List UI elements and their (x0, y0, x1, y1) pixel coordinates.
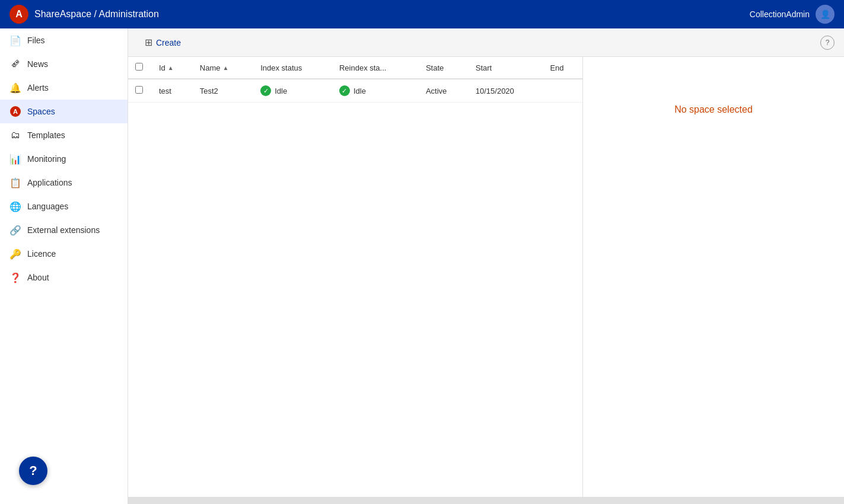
cell-state: Active (419, 79, 469, 103)
reindex-status-text: Idle (353, 87, 366, 95)
col-index-status-label: Index status (260, 63, 302, 72)
col-header-name[interactable]: Name ▲ (193, 57, 253, 79)
index-status-dot: ✓ (260, 85, 271, 96)
col-end-label: End (550, 63, 563, 72)
toolbar-left: ⊞ Create (138, 33, 188, 52)
col-state-label: State (426, 63, 444, 72)
right-panel: No space selected (583, 57, 844, 504)
sidebar-label-spaces: Spaces (27, 107, 55, 116)
select-all-checkbox[interactable] (135, 63, 143, 71)
licence-icon: 🔑 (9, 248, 21, 260)
sidebar-label-alerts: Alerts (27, 83, 49, 92)
cell-end (543, 79, 582, 103)
sidebar-item-files[interactable]: 📄 Files (0, 28, 128, 52)
cell-name: Test2 (193, 79, 253, 103)
header-left: A ShareAspace / Administration (9, 5, 159, 24)
news-icon: 🗞 (9, 58, 21, 70)
avatar[interactable]: 👤 (816, 5, 835, 24)
languages-icon: 🌐 (9, 200, 21, 212)
about-icon: ❓ (9, 272, 21, 283)
cell-id: test (152, 79, 193, 103)
username-label: CollectionAdmin (750, 9, 810, 19)
sidebar-item-licence[interactable]: 🔑 Licence (0, 242, 128, 266)
index-status-text: Idle (275, 87, 287, 95)
help-fab-button[interactable]: ? (19, 457, 47, 485)
sidebar-item-about[interactable]: ❓ About (0, 266, 128, 289)
external-extensions-icon: 🔗 (9, 224, 21, 236)
col-header-start: Start (469, 57, 543, 79)
sidebar-label-external-extensions: External extensions (27, 225, 100, 235)
cell-index-status: ✓ Idle (253, 79, 332, 103)
sidebar-item-news[interactable]: 🗞 News (0, 52, 128, 76)
row-checkbox[interactable] (135, 86, 143, 94)
app-title: ShareAspace / Administration (34, 9, 159, 20)
col-id-label: Id (159, 63, 165, 72)
sidebar-item-alerts[interactable]: 🔔 Alerts (0, 76, 128, 100)
file-icon: 📄 (9, 34, 21, 46)
content-area: ⊞ Create ? (128, 28, 844, 504)
svg-text:A: A (13, 108, 18, 115)
col-reindex-status-label: Reindex sta... (339, 63, 387, 72)
bottom-scrollbar[interactable] (128, 497, 844, 504)
sidebar-item-spaces[interactable]: A Spaces (0, 100, 128, 123)
sidebar-label-templates: Templates (27, 130, 65, 140)
alerts-icon: 🔔 (9, 82, 21, 94)
sidebar-label-languages: Languages (27, 202, 68, 211)
spaces-icon: A (9, 106, 21, 117)
col-name-label: Name (200, 63, 221, 72)
sidebar-item-languages[interactable]: 🌐 Languages (0, 194, 128, 218)
sidebar-label-monitoring: Monitoring (27, 154, 66, 164)
applications-icon: 📋 (9, 177, 21, 189)
create-button[interactable]: ⊞ Create (138, 33, 188, 52)
toolbar-help-button[interactable]: ? (820, 36, 835, 50)
sidebar-item-applications[interactable]: 📋 Applications (0, 171, 128, 194)
split-pane: Id ▲ Name ▲ Index s (128, 57, 844, 504)
sidebar: 📄 Files 🗞 News 🔔 Alerts A Spaces 🗂 Templ… (0, 28, 128, 504)
sidebar-label-about: About (27, 273, 49, 282)
col-header-reindex-status: Reindex sta... (332, 57, 419, 79)
cell-start: 10/15/2020 (469, 79, 543, 103)
col-header-state: State (419, 57, 469, 79)
sidebar-item-monitoring[interactable]: 📊 Monitoring (0, 147, 128, 171)
header-right: CollectionAdmin 👤 (750, 5, 835, 24)
sidebar-item-external-extensions[interactable]: 🔗 External extensions (0, 218, 128, 242)
col-header-end: End (543, 57, 582, 79)
no-space-message: No space selected (674, 104, 753, 115)
sidebar-label-files: Files (27, 36, 45, 45)
templates-icon: 🗂 (9, 129, 21, 141)
toolbar: ⊞ Create ? (128, 28, 844, 57)
header: A ShareAspace / Administration Collectio… (0, 0, 844, 28)
col-header-index-status: Index status (253, 57, 332, 79)
create-plus-icon: ⊞ (145, 37, 152, 48)
logo-icon: A (9, 5, 28, 24)
col-name-sort-icon: ▲ (222, 65, 228, 71)
col-start-label: Start (476, 63, 492, 72)
col-id-sort-icon: ▲ (168, 65, 174, 71)
sidebar-label-news: News (27, 59, 48, 69)
table-area: Id ▲ Name ▲ Index s (128, 57, 583, 504)
sidebar-label-licence: Licence (27, 249, 56, 259)
table-row[interactable]: test Test2 ✓ Idle ✓ Idle Active 10/15/20… (128, 79, 582, 103)
col-header-id[interactable]: Id ▲ (152, 57, 193, 79)
sidebar-item-templates[interactable]: 🗂 Templates (0, 123, 128, 147)
monitoring-icon: 📊 (9, 153, 21, 165)
main-layout: 📄 Files 🗞 News 🔔 Alerts A Spaces 🗂 Templ… (0, 28, 844, 504)
reindex-status-dot: ✓ (339, 85, 350, 96)
cell-reindex-status: ✓ Idle (332, 79, 419, 103)
sidebar-label-applications: Applications (27, 178, 72, 187)
create-label: Create (156, 38, 181, 47)
spaces-table: Id ▲ Name ▲ Index s (128, 57, 582, 103)
